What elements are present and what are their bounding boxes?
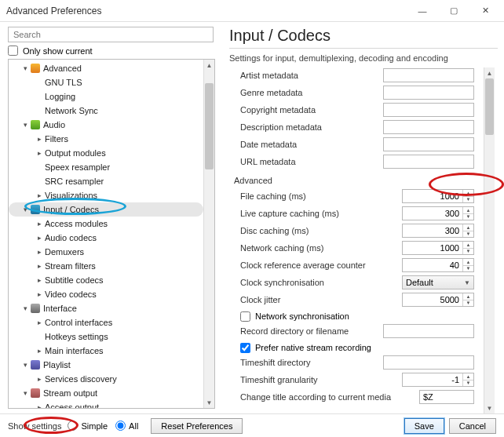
scroll-down-icon[interactable]: ▼	[204, 397, 214, 408]
tree-twisty-icon[interactable]: ▾	[20, 121, 31, 129]
url-metadata-input[interactable]	[383, 155, 474, 169]
tree-twisty-icon[interactable]: ▸	[34, 347, 45, 355]
search-input[interactable]	[8, 27, 214, 42]
panel-scrollbar[interactable]: ▲ ▼	[484, 67, 495, 413]
tree-item[interactable]: GNU TLS	[9, 75, 203, 89]
tree-item[interactable]: ▸Video codecs	[9, 287, 203, 301]
tree-item[interactable]: ▾Stream output	[9, 386, 203, 400]
tree-item-label: Hotkeys settings	[45, 332, 108, 341]
tree-item[interactable]: Hotkeys settings	[9, 330, 203, 344]
tree-item[interactable]: ▸Control interfaces	[9, 315, 203, 330]
scroll-up-icon[interactable]: ▲	[204, 60, 214, 71]
prefer-native-label: Prefer native stream recording	[255, 343, 371, 352]
tree-twisty-icon[interactable]: ▾	[20, 389, 31, 397]
tree-item[interactable]: ▸Filters	[9, 132, 203, 146]
scroll-down-icon[interactable]: ▼	[484, 402, 495, 413]
tree-item[interactable]: ▸Services discovery	[9, 372, 203, 386]
tree-item-label: Video codecs	[45, 290, 97, 299]
live-caching-input[interactable]: 300▲▼	[402, 206, 474, 220]
tree-twisty-icon[interactable]: ▸	[34, 262, 45, 270]
genre-metadata-input[interactable]	[383, 86, 474, 100]
clock-avg-input[interactable]: 40▲▼	[402, 258, 474, 272]
spin-up-icon[interactable]: ▲	[463, 190, 473, 197]
tree-item[interactable]: ▾Input / Codecs	[9, 202, 203, 217]
tree-item[interactable]: ▸Access output	[9, 400, 203, 408]
only-show-current-checkbox[interactable]: Only show current	[8, 46, 223, 56]
close-button[interactable]: ✕	[469, 0, 501, 22]
tree-twisty-icon[interactable]: ▸	[34, 135, 45, 143]
clock-sync-label: Clock synchronisation	[234, 278, 377, 287]
tree-item[interactable]: ▸Main interfaces	[9, 344, 203, 358]
record-dir-input[interactable]	[383, 324, 474, 338]
tree-twisty-icon[interactable]: ▸	[34, 220, 45, 228]
clock-sync-select[interactable]: Default▼	[402, 275, 474, 290]
show-settings-label: Show settings	[8, 421, 61, 431]
live-caching-label: Live capture caching (ms)	[234, 209, 377, 218]
minimize-button[interactable]: —	[407, 0, 438, 22]
tree-twisty-icon[interactable]: ▸	[34, 276, 45, 284]
change-title-label: Change title according to current media	[234, 392, 407, 402]
disc-caching-input[interactable]: 300▲▼	[402, 224, 474, 238]
tree-item[interactable]: ▸Visualizations	[9, 188, 203, 202]
spin-down-icon[interactable]: ▼	[463, 197, 473, 203]
tree-item[interactable]: ▸Audio codecs	[9, 231, 203, 245]
tree-twisty-icon[interactable]: ▸	[34, 375, 45, 383]
tree-twisty-icon[interactable]: ▸	[34, 234, 45, 242]
save-button[interactable]: Save	[404, 418, 444, 434]
pl-icon	[31, 360, 40, 370]
tree-twisty-icon[interactable]: ▸	[34, 319, 45, 326]
tree-twisty-icon[interactable]: ▸	[34, 248, 45, 256]
simple-radio[interactable]: Simple	[68, 421, 108, 431]
only-show-current-box[interactable]	[8, 46, 18, 56]
tree-twisty-icon[interactable]: ▾	[20, 206, 31, 213]
scroll-thumb[interactable]	[205, 83, 214, 169]
tree-item[interactable]: ▾Audio	[9, 118, 203, 132]
tree-item-label: Audio	[43, 120, 65, 129]
tree-item[interactable]: SRC resampler	[9, 174, 203, 188]
tree-twisty-icon[interactable]: ▸	[34, 290, 45, 298]
tree-item[interactable]: Logging	[9, 89, 203, 104]
tree-item[interactable]: Speex resampler	[9, 160, 203, 174]
tree-item-label: Audio codecs	[45, 233, 97, 242]
tree-twisty-icon[interactable]: ▾	[20, 361, 31, 369]
tree-item[interactable]: ▸Access modules	[9, 217, 203, 231]
tree-item[interactable]: Network Sync	[9, 104, 203, 118]
timeshift-gran-input[interactable]: -1▲▼	[402, 373, 474, 387]
all-radio[interactable]: All	[115, 421, 138, 431]
tree-item[interactable]: ▾Playlist	[9, 358, 203, 372]
scroll-up-icon[interactable]: ▲	[484, 67, 495, 78]
clock-jitter-input[interactable]: 5000▲▼	[402, 293, 474, 307]
reset-preferences-button[interactable]: Reset Preferences	[151, 418, 243, 434]
tree-item-label: Output modules	[45, 148, 106, 158]
tree-twisty-icon[interactable]: ▸	[34, 191, 45, 199]
tree-item[interactable]: ▾Advanced	[9, 61, 203, 75]
copyright-metadata-input[interactable]	[383, 103, 474, 117]
tree-item[interactable]: ▸Demuxers	[9, 245, 203, 259]
timeshift-dir-input[interactable]	[383, 355, 474, 370]
maximize-button[interactable]: ▢	[438, 0, 469, 22]
scroll-thumb[interactable]	[485, 78, 494, 135]
file-caching-label: File caching (ms)	[234, 191, 377, 201]
tree-item[interactable]: ▸Subtitle codecs	[9, 273, 203, 287]
tree-twisty-icon[interactable]: ▸	[34, 149, 45, 157]
description-metadata-input[interactable]	[383, 120, 474, 134]
disc-caching-label: Disc caching (ms)	[234, 226, 377, 235]
prefer-native-checkbox[interactable]	[240, 343, 250, 353]
audio-icon	[31, 120, 40, 129]
tree-twisty-icon[interactable]: ▾	[20, 304, 31, 312]
tree-item-label: Speex resampler	[45, 162, 110, 172]
tree-item[interactable]: ▸Stream filters	[9, 259, 203, 273]
network-sync-checkbox[interactable]	[240, 311, 250, 322]
file-caching-input[interactable]: 1000▲▼	[402, 189, 474, 203]
change-title-input[interactable]	[419, 390, 474, 404]
artist-metadata-input[interactable]	[383, 68, 474, 82]
tree-item[interactable]: ▾Interface	[9, 301, 203, 315]
cancel-button[interactable]: Cancel	[449, 418, 496, 434]
tree-scrollbar[interactable]: ▲ ▼	[203, 60, 214, 408]
tree-twisty-icon[interactable]: ▾	[20, 64, 31, 72]
tree-twisty-icon[interactable]: ▸	[34, 403, 45, 408]
date-metadata-input[interactable]	[383, 137, 474, 151]
network-caching-input[interactable]: 1000▲▼	[402, 241, 474, 255]
tree-item[interactable]: ▸Output modules	[9, 146, 203, 160]
tree-item-label: Filters	[45, 134, 68, 144]
